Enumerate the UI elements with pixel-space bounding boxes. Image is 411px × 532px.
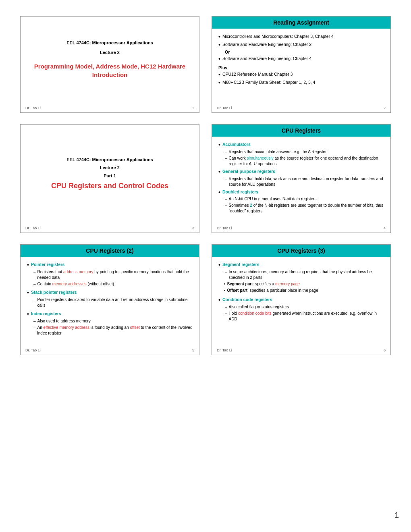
s4-acc-subs: –Registers that accumulate answers, e.g.… bbox=[218, 149, 384, 167]
s5-stack-sub-text-1: Pointer registers dedicated to variable … bbox=[37, 297, 193, 308]
slide-2-body: • Microcontrollers and Microcomputers: C… bbox=[212, 29, 390, 104]
s6-segment-label: Segment registers bbox=[222, 262, 259, 268]
slide-4: CPU Registers • Accumulators –Registers … bbox=[212, 124, 391, 233]
s4-acc-sub-2: –Can work simultaneously as the source r… bbox=[225, 156, 384, 167]
plus-text-1: CPU12 Reference Manual: Chapter 3 bbox=[222, 71, 293, 77]
s6-condcode-sub-1: –Also called flag or status registers bbox=[225, 304, 384, 310]
slide-2-header: Reading Assignment bbox=[212, 17, 390, 29]
slide-5-body: • Pointer registers –Registers that addr… bbox=[21, 257, 199, 346]
s4-doubled-subs: –An N-bit CPU in general uses N-bit data… bbox=[218, 196, 384, 214]
s5-stack-sub-1: –Pointer registers dedicated to variable… bbox=[33, 297, 193, 308]
s5-index-sub-2: –An effective memory address is found by… bbox=[33, 325, 193, 336]
bullet-dot-2: • bbox=[218, 42, 220, 48]
s5-pointer: • Pointer registers bbox=[27, 262, 193, 268]
slide-1-lecture: Lecture 2 bbox=[100, 50, 120, 55]
slide-1: EEL 4744C: Microprocessor Applications L… bbox=[20, 16, 199, 113]
slide-1-body: EEL 4744C: Microprocessor Applications L… bbox=[21, 17, 199, 104]
s5-index-sub-text-2: An effective memory address is found by … bbox=[37, 325, 193, 336]
slide-3-course: EEL 4744C: Microprocessor Applications bbox=[66, 157, 153, 162]
slide-4-author: Dr. Tao Li bbox=[217, 226, 232, 230]
s4-accumulators: • Accumulators bbox=[218, 141, 384, 148]
s5-stack: • Stack pointer registers bbox=[27, 289, 193, 296]
slide-6-footer: Dr. Tao Li 6 bbox=[212, 347, 390, 355]
bullet-dot-4: • bbox=[218, 56, 220, 62]
s6-segment-subsub-1: •Segment part: specifies a memory page bbox=[224, 281, 384, 287]
s4-gp: • General-purpose registers bbox=[218, 168, 384, 175]
reading-item-1: • Microcontrollers and Microcomputers: C… bbox=[218, 33, 384, 40]
slide-3-author: Dr. Tao Li bbox=[25, 226, 41, 230]
s5-index-sub-text-1: Also used to address memory bbox=[37, 318, 91, 324]
s4-gp-label: General-purpose registers bbox=[222, 168, 275, 175]
s5-stack-label: Stack pointer registers bbox=[31, 289, 77, 295]
s4-gp-subs: –Registers that hold data, work as sourc… bbox=[218, 176, 384, 187]
reading-text-4: Software and Hardware Engineering: Chapt… bbox=[222, 56, 311, 62]
s6-segment: • Segment registers bbox=[218, 262, 384, 268]
s5-index-subs: –Also used to address memory –An effecti… bbox=[27, 318, 193, 336]
s6-condcode-sub-text-2: Hold condition code bits generated when … bbox=[229, 311, 384, 322]
reading-item-4: • Software and Hardware Engineering: Cha… bbox=[218, 56, 384, 62]
s5-index-label: Index registers bbox=[31, 311, 61, 317]
plus-label: Plus bbox=[218, 65, 384, 70]
s5-index-sub-1: –Also used to address memory bbox=[33, 318, 193, 324]
slide-3: EEL 4744C: Microprocessor Applications L… bbox=[20, 124, 199, 233]
slides-grid: EEL 4744C: Microprocessor Applications L… bbox=[20, 16, 391, 355]
s5-pointer-label: Pointer registers bbox=[31, 262, 64, 268]
s6-condcode-sub-2: –Hold condition code bits generated when… bbox=[225, 311, 384, 322]
s5-stack-subs: –Pointer registers dedicated to variable… bbox=[27, 297, 193, 308]
s6-condcode-sub-text-1: Also called flag or status registers bbox=[229, 304, 289, 310]
plus-text-2: M68HC12B Family Data Sheet: Chapter 1, 2… bbox=[222, 79, 316, 85]
slide-1-course: EEL 4744C: Microprocessor Applications bbox=[66, 40, 153, 45]
slide-5-footer: Dr. Tao Li 5 bbox=[21, 347, 199, 355]
slide-6-body: • Segment registers –In some architectur… bbox=[212, 257, 390, 346]
slide-1-footer: Dr. Tao Li 1 bbox=[21, 104, 199, 112]
s4-doubled-sub-1: –An N-bit CPU in general uses N-bit data… bbox=[225, 196, 384, 202]
s4-doubled-sub-text-2: Sometimes 2 of the N-bit registers are u… bbox=[229, 203, 384, 214]
s5-pointer-sub-1: –Registers that address memory by pointi… bbox=[33, 269, 193, 281]
s6-condcode-label: Condition code registers bbox=[222, 297, 272, 303]
s4-doubled-sub-text-1: An N-bit CPU in general uses N-bit data … bbox=[229, 196, 317, 202]
slide-3-body: EEL 4744C: Microprocessor Applications L… bbox=[21, 125, 199, 224]
s6-condcode: • Condition code registers bbox=[218, 297, 384, 303]
s4-doubled-label: Doubled registers bbox=[222, 189, 258, 195]
slide-3-part: Part 1 bbox=[104, 173, 116, 178]
bullet-dot-1: • bbox=[218, 33, 220, 40]
slide-2-author: Dr. Tao Li bbox=[217, 106, 232, 110]
slide-6-header: CPU Registers (3) bbox=[212, 245, 390, 257]
s5-pointer-subs: –Registers that address memory by pointi… bbox=[27, 269, 193, 287]
slide-4-header: CPU Registers bbox=[212, 125, 390, 137]
slide-4-num: 4 bbox=[384, 226, 386, 230]
reading-item-2: • Software and Hardware Engineering: Cha… bbox=[218, 42, 384, 48]
s5-pointer-sub-text-2: Contain memory addresses (without offset… bbox=[37, 281, 114, 287]
s4-acc-sub-text-2: Can work simultaneously as the source re… bbox=[229, 156, 384, 167]
s4-gp-sub-1: –Registers that hold data, work as sourc… bbox=[225, 176, 384, 187]
plus-bullet-2: • bbox=[218, 79, 220, 86]
slide-5: CPU Registers (2) • Pointer registers –R… bbox=[20, 244, 199, 355]
slide-6-author: Dr. Tao Li bbox=[217, 348, 232, 352]
slide-3-num: 3 bbox=[192, 226, 194, 230]
slide-4-footer: Dr. Tao Li 4 bbox=[212, 224, 390, 233]
s6-segment-sub-1: –In some architectures, memory addressin… bbox=[225, 269, 384, 281]
s4-acc-sub-1: –Registers that accumulate answers, e.g.… bbox=[225, 149, 384, 155]
slide-2-footer: Dr. Tao Li 2 bbox=[212, 104, 390, 112]
slide-3-lecture: Lecture 2 bbox=[100, 165, 120, 170]
s6-segment-subsubs: •Segment part: specifies a memory page •… bbox=[218, 281, 384, 293]
page-number: 1 bbox=[394, 511, 399, 520]
reading-text-2: Software and Hardware Engineering: Chapt… bbox=[222, 42, 311, 48]
s5-pointer-sub-text-1: Registers that address memory by pointin… bbox=[37, 269, 193, 281]
slide-6: CPU Registers (3) • Segment registers –I… bbox=[212, 244, 391, 355]
s4-gp-sub-text-1: Registers that hold data, work as source… bbox=[229, 176, 384, 187]
reading-or: Or bbox=[225, 50, 384, 54]
s4-doubled-sub-2: –Sometimes 2 of the N-bit registers are … bbox=[225, 203, 384, 214]
s5-pointer-sub-2: –Contain memory addresses (without offse… bbox=[33, 281, 193, 287]
slide-2-num: 2 bbox=[384, 106, 386, 110]
plus-item-2: • M68HC12B Family Data Sheet: Chapter 1,… bbox=[218, 79, 384, 86]
s4-acc-sub-text-1: Registers that accumulate answers, e.g. … bbox=[229, 149, 327, 155]
slide-5-num: 5 bbox=[192, 348, 194, 352]
s6-segment-subsub-text-2: Offset part: specifies a particular plac… bbox=[227, 288, 318, 293]
slide-3-title: CPU Registers and Control Codes bbox=[51, 181, 168, 191]
s5-index: • Index registers bbox=[27, 311, 193, 318]
slide-1-num: 1 bbox=[192, 106, 194, 110]
s4-acc-label: Accumulators bbox=[222, 141, 251, 148]
plus-bullet-1: • bbox=[218, 71, 220, 78]
slide-5-author: Dr. Tao Li bbox=[25, 348, 41, 352]
